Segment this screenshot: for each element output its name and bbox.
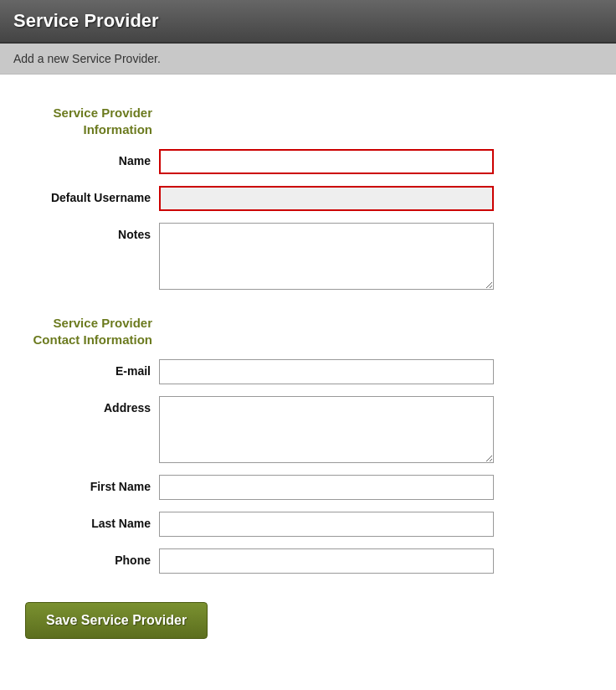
save-service-provider-button[interactable]: Save Service Provider <box>25 602 208 639</box>
section-title-contact-info: Service Provider Contact Information <box>17 315 156 348</box>
label-address: Address <box>17 396 159 415</box>
field-group-first-name: First Name <box>17 475 599 500</box>
field-group-phone: Phone <box>17 548 599 574</box>
input-default-username[interactable] <box>159 186 494 211</box>
label-phone: Phone <box>17 548 159 567</box>
section-contact-info: Service Provider Contact Information <box>17 301 599 359</box>
textarea-address[interactable] <box>159 396 494 463</box>
page-subheader: Add a new Service Provider. <box>0 44 616 75</box>
input-first-name[interactable] <box>159 475 494 500</box>
input-phone[interactable] <box>159 548 494 574</box>
label-email: E-mail <box>17 359 159 378</box>
input-email[interactable] <box>159 359 494 384</box>
page-title: Service Provider <box>13 10 603 32</box>
field-group-default-username: Default Username <box>17 186 599 211</box>
label-default-username: Default Username <box>17 186 159 204</box>
label-last-name: Last Name <box>17 512 159 530</box>
page-header: Service Provider <box>0 0 616 44</box>
field-group-address: Address <box>17 396 599 463</box>
page-subtitle: Add a new Service Provider. <box>13 52 603 65</box>
field-group-notes: Notes <box>17 223 599 290</box>
input-last-name[interactable] <box>159 512 494 537</box>
field-group-name: Name <box>17 149 599 174</box>
section-title-provider-info: Service Provider Information <box>17 105 156 137</box>
save-button-wrapper: Save Service Provider <box>17 585 599 639</box>
field-group-email: E-mail <box>17 359 599 384</box>
label-notes: Notes <box>17 223 159 241</box>
input-name[interactable] <box>159 149 494 174</box>
form-container: Service Provider Information Name Defaul… <box>0 75 616 656</box>
textarea-notes[interactable] <box>159 223 494 290</box>
label-name: Name <box>17 149 159 167</box>
field-group-last-name: Last Name <box>17 512 599 537</box>
label-first-name: First Name <box>17 475 159 493</box>
section-provider-info: Service Provider Information <box>17 91 599 149</box>
